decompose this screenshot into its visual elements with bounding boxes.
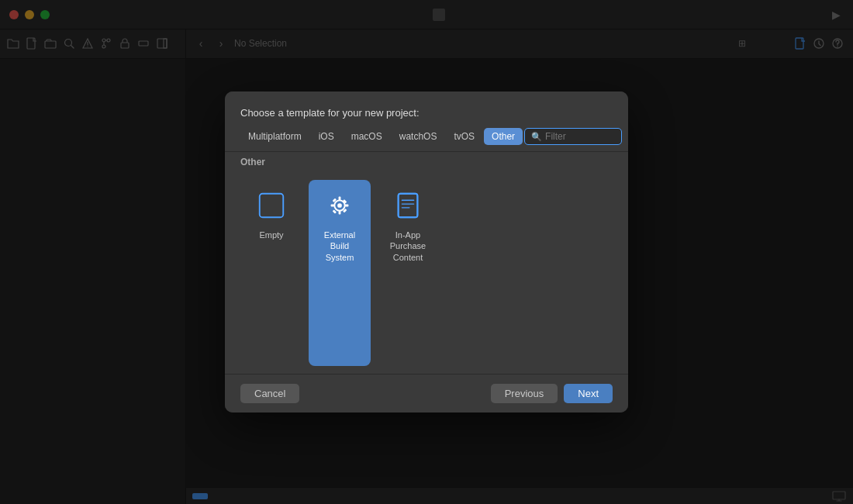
filter-icon: 🔍 (531, 132, 542, 142)
empty-icon (252, 186, 291, 225)
dialog-footer: Cancel Previous Next (225, 374, 628, 413)
tab-multiplatform[interactable]: Multiplatform (240, 128, 309, 145)
in-app-icon (389, 186, 427, 225)
filter-input[interactable] (545, 131, 615, 142)
cancel-button[interactable]: Cancel (240, 384, 299, 403)
svg-point-18 (337, 203, 342, 208)
previous-button[interactable]: Previous (491, 384, 558, 403)
empty-label: Empty (259, 230, 283, 240)
next-button[interactable]: Next (564, 384, 613, 403)
filter-wrap: 🔍 (524, 128, 622, 145)
template-item-in-app[interactable]: In-App Purchase Content (377, 180, 439, 366)
template-grid: Empty (225, 172, 628, 374)
dialog-overlay: Choose a template for your new project: … (0, 0, 853, 504)
tab-watchos[interactable]: watchOS (392, 128, 445, 145)
svg-rect-22 (345, 205, 349, 207)
dialog-header: Choose a template for your new project: (225, 91, 628, 128)
external-build-label: External Build System (315, 230, 364, 263)
svg-rect-27 (399, 194, 418, 217)
tab-macos[interactable]: macOS (344, 128, 390, 145)
in-app-label: In-App Purchase Content (383, 230, 433, 263)
svg-rect-28 (399, 194, 418, 217)
svg-rect-19 (339, 197, 341, 201)
svg-rect-16 (260, 194, 283, 217)
category-label: Other (225, 152, 628, 172)
external-build-icon (320, 186, 359, 225)
svg-rect-21 (331, 205, 335, 207)
dialog: Choose a template for your new project: … (225, 91, 628, 413)
template-item-empty[interactable]: Empty (240, 180, 302, 366)
template-item-external-build[interactable]: External Build System (309, 180, 371, 366)
svg-rect-25 (333, 209, 337, 213)
tabs-container: Multiplatform iOS macOS watchOS tvOS Oth… (225, 128, 628, 152)
svg-rect-20 (339, 211, 341, 215)
dialog-title: Choose a template for your new project: (240, 107, 613, 119)
tab-tvos[interactable]: tvOS (446, 128, 482, 145)
tab-ios[interactable]: iOS (311, 128, 342, 145)
tab-other[interactable]: Other (484, 128, 523, 145)
